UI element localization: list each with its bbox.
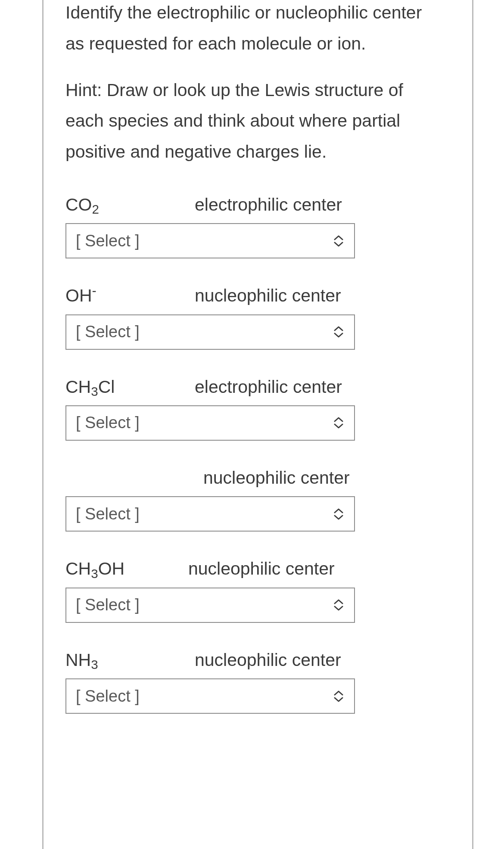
question-item: CH3Cl electrophilic center [ Select ] (65, 375, 439, 441)
answer-select[interactable]: [ Select ] (65, 678, 355, 714)
question-item: CO2 electrophilic center [ Select ] (65, 193, 439, 258)
center-type-label: nucleophilic center (195, 648, 341, 672)
molecule-formula: CH3OH (65, 557, 188, 581)
item-header: OH- nucleophilic center (65, 283, 439, 308)
question-item: NH3 nucleophilic center [ Select ] (65, 648, 439, 714)
chevron-up-down-icon (333, 687, 345, 705)
chevron-up-down-icon (333, 505, 345, 522)
question-item: OH- nucleophilic center [ Select ] (65, 283, 439, 349)
select-placeholder: [ Select ] (76, 414, 140, 432)
molecule-formula: CH3Cl (65, 375, 195, 399)
item-header: CO2 electrophilic center (65, 193, 439, 217)
answer-select[interactable]: [ Select ] (65, 223, 355, 258)
right-border (472, 0, 473, 849)
answer-select[interactable]: [ Select ] (65, 588, 355, 623)
select-placeholder: [ Select ] (76, 232, 140, 250)
answer-select[interactable]: [ Select ] (65, 496, 355, 532)
select-placeholder: [ Select ] (76, 323, 140, 341)
question-panel: Identify the electrophilic or nucleophil… (0, 0, 504, 849)
molecule-formula: CO2 (65, 193, 195, 217)
chevron-up-down-icon (333, 323, 345, 341)
item-header: CH3Cl electrophilic center (65, 375, 439, 399)
question-content: Identify the electrophilic or nucleophil… (65, 0, 439, 714)
select-placeholder: [ Select ] (76, 596, 140, 614)
question-item: nucleophilic center [ Select ] (65, 466, 439, 532)
question-hint: Hint: Draw or look up the Lewis structur… (65, 75, 439, 168)
molecule-formula: OH- (65, 283, 195, 308)
item-header: CH3OH nucleophilic center (65, 557, 439, 581)
chevron-up-down-icon (333, 597, 345, 614)
center-type-label: nucleophilic center (188, 557, 335, 581)
answer-select[interactable]: [ Select ] (65, 314, 355, 350)
select-placeholder: [ Select ] (76, 505, 140, 523)
question-item: CH3OH nucleophilic center [ Select ] (65, 557, 439, 622)
center-type-label: electrophilic center (195, 375, 342, 399)
question-prompt: Identify the electrophilic or nucleophil… (65, 0, 439, 59)
item-header: NH3 nucleophilic center (65, 648, 439, 672)
molecule-formula: NH3 (65, 648, 195, 672)
center-type-label: nucleophilic center (195, 283, 341, 308)
chevron-up-down-icon (333, 414, 345, 432)
item-header: nucleophilic center (65, 466, 439, 490)
answer-select[interactable]: [ Select ] (65, 405, 355, 441)
center-type-label: electrophilic center (195, 193, 342, 217)
chevron-up-down-icon (333, 232, 345, 249)
center-type-label: nucleophilic center (203, 466, 350, 490)
left-border (42, 0, 44, 849)
select-placeholder: [ Select ] (76, 687, 140, 706)
